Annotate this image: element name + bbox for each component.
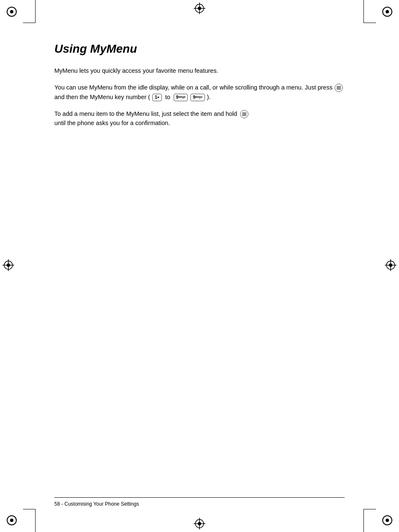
crosshair-top-center xyxy=(194,3,205,14)
reg-mark-top-right xyxy=(382,7,392,17)
paragraph-3-part1: To add a menu item to the MyMenu list, j… xyxy=(54,110,237,117)
key-9b: 9wxyz xyxy=(190,94,205,101)
paragraph-2: You can use MyMenu from the idle display… xyxy=(54,83,345,102)
paragraph-2-part1: You can use MyMenu from the idle display… xyxy=(54,84,332,91)
menu-key-hold-icon xyxy=(240,110,248,118)
paragraph-2-end: ). xyxy=(207,94,211,100)
reg-mark-top-left xyxy=(7,7,17,17)
page-title: Using MyMenu xyxy=(54,42,345,56)
main-content: Using MyMenu MyMenu lets you quickly acc… xyxy=(54,42,345,490)
crosshair-right-center xyxy=(385,259,396,273)
footer: 58 - Customising Your Phone Settings xyxy=(54,497,345,507)
paragraph-1-text: MyMenu lets you quickly access your favo… xyxy=(54,67,218,74)
paragraph-3: To add a menu item to the MyMenu list, j… xyxy=(54,109,345,128)
paragraph-1: MyMenu lets you quickly access your favo… xyxy=(54,66,345,75)
paragraph-3-part2: until the phone asks you for a confirmat… xyxy=(54,120,170,126)
reg-mark-bottom-right xyxy=(382,515,392,525)
paragraph-2-part2: and then the MyMenu key number ( xyxy=(54,94,150,100)
menu-key-icon xyxy=(335,84,343,92)
corner-line-bottom-right xyxy=(363,509,376,532)
corner-line-top-left xyxy=(23,0,36,23)
crosshair-left-center xyxy=(3,259,14,273)
corner-line-bottom-left xyxy=(23,509,36,532)
corner-line-top-right xyxy=(363,0,376,23)
reg-mark-bottom-left xyxy=(7,515,17,525)
crosshair-bottom-center xyxy=(194,518,205,529)
key-1: 1● xyxy=(152,94,162,101)
footer-divider xyxy=(54,497,345,498)
to-text: to xyxy=(165,94,170,100)
key-9a: 9wxyz xyxy=(174,94,188,101)
footer-text: 58 - Customising Your Phone Settings xyxy=(54,501,139,507)
